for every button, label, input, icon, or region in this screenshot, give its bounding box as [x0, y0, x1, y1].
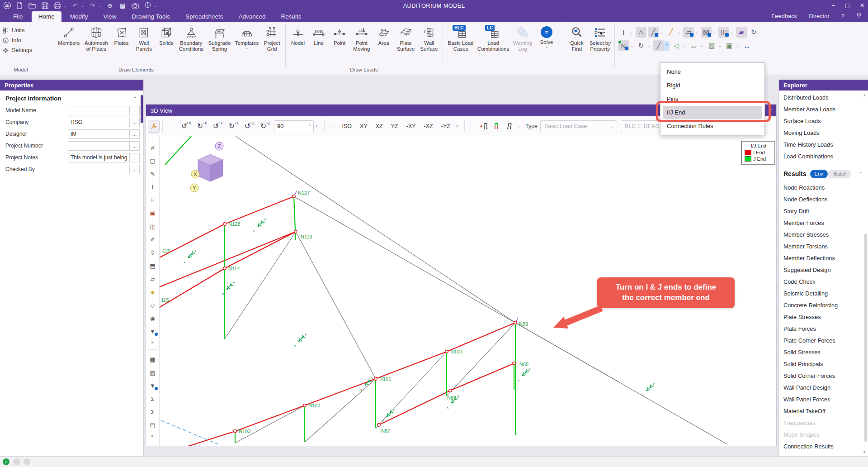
env-toggle[interactable]: Env: [810, 170, 828, 178]
member-release-chevron-icon[interactable]: ⌃: [664, 41, 670, 51]
explorer-scrollbar[interactable]: [864, 234, 867, 442]
units-button[interactable]: Units: [3, 25, 53, 35]
explorer-item-connection-results[interactable]: Connection Results: [779, 441, 868, 453]
dropdown-item-i-j-end[interactable]: I/J End: [663, 106, 762, 119]
member-icon[interactable]: Ι: [148, 182, 158, 192]
explorer-item-node-reactions[interactable]: Node Reactions: [779, 182, 868, 194]
ribbon-button-automesh-of-plates[interactable]: Automesh of Plates: [82, 24, 111, 52]
solid-tag-button[interactable]: ▧⌄: [700, 26, 717, 38]
ribbon-button-load-combinations[interactable]: LC Load Combinations: [476, 24, 510, 52]
member-shape-chevron-icon[interactable]: ⌄: [629, 30, 634, 34]
explorer-item-solid-principals[interactable]: Solid Principals: [779, 358, 868, 370]
view-iso-button[interactable]: ISO: [338, 120, 356, 133]
rotate-node-button[interactable]: ↻⌄: [635, 40, 652, 52]
sum-lc-icon[interactable]: Σ: [148, 407, 158, 417]
refresh-button[interactable]: ↻: [748, 26, 760, 38]
scroll-up-icon[interactable]: ▲: [863, 93, 866, 97]
explorer-item-plate-stresses[interactable]: Plate Stresses: [779, 311, 868, 323]
tab-advanced[interactable]: Advanced: [231, 11, 272, 22]
info-menu-icon[interactable]: ⓘ: [144, 1, 152, 10]
rotate-x-button[interactable]: ↻-X: [192, 120, 208, 133]
wall-tag-button[interactable]: ◫⌄: [718, 26, 735, 38]
explorer-item-member-area-loads[interactable]: Member Area Loads: [779, 104, 868, 115]
batch-toggle[interactable]: Batch: [828, 170, 851, 178]
unlock-icon[interactable]: ◇: [148, 300, 158, 310]
property-value-input[interactable]: [68, 141, 130, 151]
rotate-x-button[interactable]: ↺+X: [176, 120, 192, 133]
status-idle-icon-2[interactable]: [24, 458, 30, 465]
view-settings-wrench-icon[interactable]: [148, 120, 160, 133]
print-menu-chevron-icon[interactable]: ⌄: [63, 4, 66, 8]
member-release-button[interactable]: ╱⌃: [653, 40, 670, 52]
minimize-button[interactable]: –: [832, 2, 835, 9]
solve-chevron-icon[interactable]: ⌄: [545, 45, 548, 48]
ribbon-button-members[interactable]: Members: [56, 24, 82, 46]
rotate-y-button[interactable]: ↺+Y: [208, 120, 224, 133]
results-collapse-icon[interactable]: ⌃: [859, 172, 863, 176]
ellipsis-button[interactable]: …: [130, 106, 140, 115]
member-shape-button[interactable]: I⌄: [618, 26, 635, 38]
ribbon-button-plates[interactable]: Plates: [111, 24, 132, 46]
explorer-item-suggested-design[interactable]: Suggested Design: [779, 264, 868, 276]
explorer-item-wall-panel-forces[interactable]: Wall Panel Forces: [779, 394, 868, 405]
node-grid-icon[interactable]: #: [148, 143, 158, 152]
tab-file[interactable]: File: [6, 11, 30, 22]
wall-fill-chevron-icon[interactable]: ⌄: [735, 44, 740, 48]
views-more-icon[interactable]: ▾: [455, 124, 459, 129]
explorer-item-distributed-loads[interactable]: Distributed Loads: [779, 92, 868, 104]
plate-fill-chevron-icon[interactable]: ⌄: [699, 44, 705, 48]
ribbon-button-plate-surface[interactable]: Plate Surface: [394, 24, 418, 52]
expand-more-icon[interactable]: ▸: [148, 339, 158, 345]
ribbon-button-point-moving[interactable]: Point Moving: [350, 24, 373, 52]
solid-fill-button[interactable]: ▧⌄: [706, 40, 723, 52]
tab-results[interactable]: Results: [274, 11, 308, 22]
solve-menu-icon[interactable]: ⊖: [106, 1, 114, 10]
explorer-item-load-combinations[interactable]: Load Combinations: [779, 151, 868, 162]
explorer-item-member-torsions[interactable]: Member Torsions: [779, 241, 868, 253]
snapshot-camera-icon[interactable]: [131, 1, 139, 10]
new-file-icon[interactable]: [15, 1, 24, 10]
explorer-item-seismic-detailing[interactable]: Seismic Detailing: [779, 288, 868, 300]
tab-spreadsheets[interactable]: Spreadsheets: [179, 11, 230, 22]
explorer-item-code-check[interactable]: Code Check: [779, 276, 868, 288]
orientation-triad-icon[interactable]: Z X Y: [190, 142, 223, 192]
plate-tag-button[interactable]: ▱⌄: [683, 26, 700, 38]
properties-scrollbar[interactable]: [141, 95, 143, 123]
save-icon[interactable]: [41, 1, 49, 10]
ribbon-button-line[interactable]: Line: [308, 24, 329, 46]
explorer-item-member-stresses[interactable]: Member Stresses: [779, 229, 868, 241]
explorer-item-concrete-reinforcing[interactable]: Concrete Reinforcing: [779, 300, 868, 311]
property-value-input[interactable]: This model is just being: [68, 153, 130, 162]
maximize-button[interactable]: ▢: [845, 2, 850, 9]
dropdown-item-pins[interactable]: Pins: [660, 92, 764, 106]
open-file-icon[interactable]: [28, 1, 36, 10]
ellipsis-button[interactable]: …: [130, 118, 140, 127]
solid-tag-chevron-icon[interactable]: ⌄: [712, 30, 717, 34]
plate-draw-chevron-icon[interactable]: ⌄: [682, 44, 687, 48]
copy-box-icon[interactable]: ▱: [148, 274, 158, 284]
settings-button[interactable]: Settings: [3, 45, 53, 55]
wall-tag-chevron-icon[interactable]: ⌄: [729, 30, 735, 34]
rotate-z-button[interactable]: ↺+Z: [240, 120, 255, 133]
undo-icon[interactable]: ↶: [71, 1, 79, 10]
contour-icon[interactable]: ▤: [148, 420, 158, 430]
ribbon-button-project-grid[interactable]: Project Grid⌄: [260, 24, 283, 56]
view-xz-button[interactable]: XZ: [372, 120, 387, 133]
plate-draw-button[interactable]: ◁⌄: [670, 40, 688, 52]
member-tag-button[interactable]: ╱⌄: [647, 26, 665, 38]
explorer-item-plate-forces[interactable]: Plate Forces: [779, 323, 868, 335]
view-yz-button[interactable]: -YZ: [437, 120, 454, 133]
info-button[interactable]: Info: [3, 35, 53, 45]
boundary-toggle-button[interactable]: △: [635, 26, 647, 38]
tab-modify[interactable]: Modify: [63, 11, 95, 22]
pencil-icon[interactable]: ✐: [148, 234, 158, 244]
explorer-item-time-history-loads[interactable]: Time History Loads: [779, 139, 868, 151]
collapse-section-icon[interactable]: ⌃: [133, 96, 137, 101]
ribbon-button-solids[interactable]: Solids: [156, 24, 177, 46]
dimension-button[interactable]: ↔: [741, 40, 753, 52]
redo-icon[interactable]: ↷: [88, 1, 96, 10]
explorer-item-plate-corner-forces[interactable]: Plate Corner Forces: [779, 335, 868, 347]
panel-edit-icon[interactable]: ◫: [148, 221, 158, 231]
end-display-chevron-icon[interactable]: ⌄: [516, 124, 522, 129]
member-dim-icon[interactable]: Η: [148, 195, 158, 205]
